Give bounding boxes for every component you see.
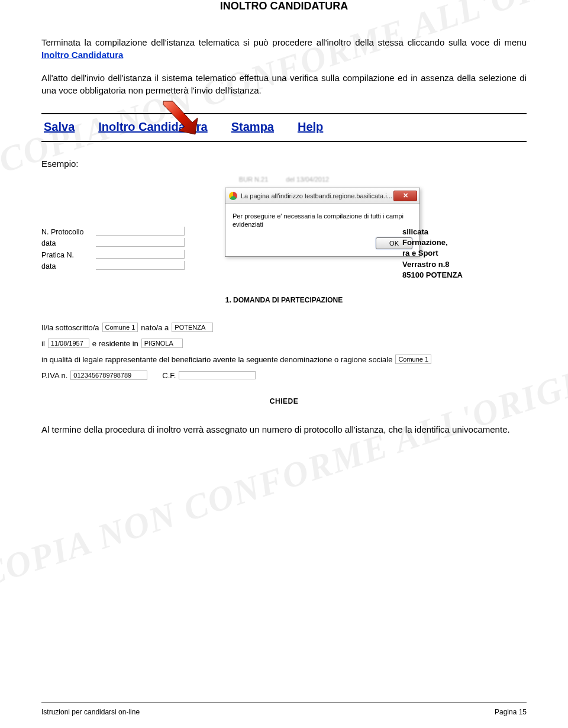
menu-toolbar: Salva Inoltro Candidatura Stampa Help	[41, 113, 527, 142]
addr-line-3: ra e Sport	[402, 248, 527, 259]
addr-line-2: Formazione,	[402, 237, 527, 248]
label-nato: nato/a a	[141, 323, 169, 332]
label-residente: e residente in	[92, 339, 138, 348]
chrome-icon	[229, 192, 237, 200]
input-cf[interactable]	[179, 371, 256, 379]
inoltro-candidatura-link[interactable]: Inoltro Candidatura	[41, 50, 123, 60]
form-line-1: Il/la sottoscritto/a Comune 1 nato/a a P…	[41, 323, 527, 332]
label-data-1: data	[41, 238, 95, 249]
label-cf: C.F.	[162, 371, 176, 380]
dialog-titlebar: La pagina all'indirizzo testbandi.region…	[225, 188, 419, 204]
menu-salva[interactable]: Salva	[44, 120, 75, 134]
footer-divider	[41, 703, 527, 703]
example-screenshot: BUR N.21 del 13/04/2012 La pagina all'in…	[41, 175, 527, 411]
addr-line-1: silicata	[402, 227, 527, 237]
page-title: INOLTRO CANDIDATURA	[41, 0, 527, 12]
intro-paragraph-1: Terminata la compilazione dell'istanza t…	[41, 36, 527, 61]
input-nato[interactable]: POTENZA	[172, 323, 213, 332]
input-residente[interactable]: PIGNOLA	[141, 339, 183, 348]
field-protocollo	[96, 227, 185, 236]
section-heading: 1. DOMANDA DI PARTECIPAZIONE	[225, 296, 343, 304]
label-sottoscritto: Il/la sottoscritto/a	[41, 323, 99, 332]
label-qualita: in qualità di legale rappresentante del …	[41, 355, 392, 364]
footer-left: Istruzioni per candidarsi on-line	[41, 708, 140, 716]
addr-line-4: Verrastro n.8	[402, 259, 527, 270]
menu-stampa[interactable]: Stampa	[231, 120, 274, 134]
input-data-nascita[interactable]: 11/08/1957	[48, 339, 89, 348]
form-line-4: P.IVA n. 0123456789798789 C.F.	[41, 371, 527, 380]
svg-marker-0	[163, 101, 198, 134]
label-protocollo: N. Protocollo	[41, 227, 95, 238]
menu-help[interactable]: Help	[298, 120, 323, 134]
footer-right: Pagina 15	[495, 708, 527, 716]
label-piva: P.IVA n.	[41, 371, 67, 380]
address-block: silicata Formazione, ra e Sport Verrastr…	[402, 227, 527, 281]
input-piva[interactable]: 0123456789798789	[70, 371, 147, 380]
dialog-title: La pagina all'indirizzo testbandi.region…	[241, 192, 393, 199]
field-data-2	[96, 261, 185, 270]
close-icon: ✕	[403, 192, 408, 199]
addr-line-5: 85100 POTENZA	[402, 270, 527, 281]
example-label: Esempio:	[41, 159, 527, 169]
alert-dialog: La pagina all'indirizzo testbandi.region…	[225, 188, 420, 257]
intro-paragraph-2: All'atto dell'invio dell'istanza il sist…	[41, 72, 527, 96]
field-data-1	[96, 238, 185, 247]
close-button[interactable]: ✕	[393, 191, 417, 201]
label-data-2: data	[41, 261, 95, 272]
bur-header: BUR N.21 del 13/04/2012	[239, 176, 329, 183]
field-pratica	[96, 250, 185, 259]
input-sottoscritto[interactable]: Comune 1	[102, 323, 138, 332]
bur-left: BUR N.21	[239, 176, 269, 183]
closing-paragraph: Al termine della procedura di inoltro ve…	[41, 423, 527, 436]
input-ragione[interactable]: Comune 1	[395, 355, 431, 364]
red-arrow-icon	[160, 100, 201, 136]
form-line-2: il 11/08/1957 e residente in PIGNOLA	[41, 339, 527, 348]
label-pratica: Pratica N.	[41, 250, 95, 261]
bur-right: del 13/04/2012	[286, 176, 329, 183]
chiede-label: CHIEDE	[270, 397, 298, 404]
protocol-block: N. Protocollo data Pratica N. data	[41, 227, 185, 273]
label-il: il	[41, 339, 45, 348]
dialog-message: Per proseguire e' necessaria la compilaz…	[233, 212, 412, 229]
form-line-3: in qualità di legale rappresentante del …	[41, 355, 527, 364]
intro-text: Terminata la compilazione dell'istanza t…	[41, 37, 527, 47]
page-footer: Istruzioni per candidarsi on-line Pagina…	[41, 708, 527, 716]
